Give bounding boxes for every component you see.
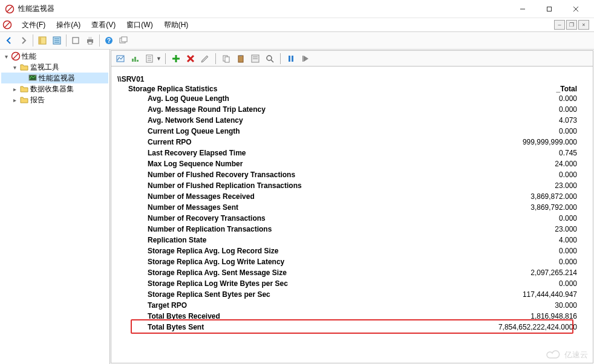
paste-button[interactable]	[234, 52, 247, 65]
metric-name: Target RPO	[148, 300, 466, 311]
tree-data-collector[interactable]: ▸ 数据收集器集	[1, 83, 108, 94]
metric-row[interactable]: Storage Replica Sent Bytes per Sec117,44…	[148, 289, 587, 300]
mdi-close-button[interactable]: ×	[578, 20, 589, 30]
body-area: ▾ 性能 ▾ 监视工具 性能监视器 ▸ 数据收集器集 ▸ 报告	[0, 50, 594, 364]
metric-value: 0.000	[466, 93, 587, 104]
category-row: Storage Replica Statistics _Total	[128, 85, 587, 93]
metric-name: Last Recovery Elapsed Time	[148, 148, 466, 158]
minimize-button[interactable]	[509, 1, 536, 18]
tree-label: 报告	[30, 95, 45, 105]
menu-file[interactable]: 文件(F)	[17, 19, 50, 31]
navigation-tree[interactable]: ▾ 性能 ▾ 监视工具 性能监视器 ▸ 数据收集器集 ▸ 报告	[0, 50, 110, 364]
menu-action[interactable]: 操作(A)	[51, 19, 85, 31]
delete-counter-button[interactable]	[184, 52, 197, 65]
properties-button[interactable]	[50, 34, 64, 47]
metric-value: 117,444,440.947	[466, 289, 587, 300]
view-graph-button[interactable]	[114, 52, 127, 65]
metric-row[interactable]: Storage Replica Avg. Sent Message Size2,…	[148, 267, 587, 278]
svg-line-1	[7, 7, 12, 11]
metric-row[interactable]: Avg. Message Round Trip Latency0.000	[148, 104, 587, 115]
metrics-list: Avg. Log Queue Length0.000Avg. Message R…	[117, 93, 587, 333]
metric-row[interactable]: Replication State4.000	[148, 235, 587, 245]
freeze-button[interactable]	[284, 52, 298, 65]
svg-line-45	[271, 60, 273, 62]
back-button[interactable]	[2, 34, 16, 47]
metric-row[interactable]: Number of Messages Sent3,869,792.000	[148, 202, 587, 213]
metric-value: 0.745	[466, 148, 587, 158]
export-button[interactable]	[69, 34, 82, 47]
expander-icon[interactable]: ▾	[2, 53, 10, 60]
view-report-button[interactable]	[143, 52, 156, 65]
report-area[interactable]: \\SRV01 Storage Replica Statistics _Tota…	[111, 67, 593, 363]
add-counter-button[interactable]	[169, 52, 183, 65]
show-hide-tree-button[interactable]	[36, 34, 49, 47]
metric-name: Number of Messages Sent	[148, 202, 466, 213]
menu-window[interactable]: 窗口(W)	[122, 19, 157, 31]
svg-rect-21	[122, 37, 127, 42]
metric-row[interactable]: Storage Replica Avg. Log Write Latency0.…	[148, 256, 587, 267]
tree-root-performance[interactable]: ▾ 性能	[1, 51, 108, 62]
metric-row[interactable]: Total Bytes Received1,816,948,816	[148, 311, 587, 322]
metric-row[interactable]: Number of Replication Transactions23.000	[148, 224, 587, 235]
metric-row[interactable]: Last Recovery Elapsed Time0.745	[148, 148, 587, 158]
maximize-button[interactable]	[536, 1, 563, 18]
metric-row[interactable]: Avg. Network Send Latency4.073	[148, 115, 587, 126]
metric-row[interactable]: Number of Recovery Transactions0.000	[148, 213, 587, 224]
metric-row[interactable]: Target RPO30.000	[148, 300, 587, 311]
metric-row[interactable]: Number of Messages Received3,869,872.000	[148, 191, 587, 202]
menu-help[interactable]: 帮助(H)	[159, 19, 194, 31]
menu-view[interactable]: 查看(V)	[86, 19, 120, 31]
mdi-restore-button[interactable]: ❐	[566, 20, 577, 30]
svg-rect-14	[73, 37, 79, 44]
metric-name: Number of Flushed Recovery Transactions	[148, 169, 466, 180]
svg-rect-26	[132, 59, 134, 62]
close-button[interactable]	[563, 1, 589, 18]
view-histogram-button[interactable]	[128, 52, 142, 65]
menubar: 文件(F) 操作(A) 查看(V) 窗口(W) 帮助(H) – ❐ ×	[0, 18, 594, 31]
metric-row[interactable]: Total Bytes Sent7,854,652,222,424.0000	[148, 322, 587, 333]
tree-label: 数据收集器集	[30, 84, 74, 94]
zoom-button[interactable]	[263, 52, 276, 65]
tree-monitor-tools[interactable]: ▾ 监视工具	[1, 62, 108, 73]
metric-value: 4.000	[466, 235, 587, 245]
metric-value: 0.000	[466, 104, 587, 115]
column-header: _Total	[466, 85, 587, 93]
metric-row[interactable]: Current Log Queue Length0.000	[148, 126, 587, 137]
new-window-button[interactable]	[117, 34, 130, 47]
svg-text:?: ?	[107, 37, 111, 44]
metric-value: 23.000	[466, 180, 587, 191]
help-button[interactable]: ?	[102, 34, 116, 47]
svg-point-44	[267, 56, 272, 60]
metric-name: Total Bytes Sent	[148, 322, 466, 333]
app-icon	[5, 4, 15, 14]
forward-button[interactable]	[17, 34, 30, 47]
metric-value: 4.073	[466, 115, 587, 126]
tree-reports[interactable]: ▸ 报告	[1, 94, 108, 105]
metric-row[interactable]: Max Log Sequence Number24.000	[148, 158, 587, 169]
expander-icon[interactable]: ▾	[11, 64, 18, 71]
mdi-controls: – ❐ ×	[554, 20, 592, 30]
mdi-minimize-button[interactable]: –	[554, 20, 565, 30]
folder-icon	[19, 95, 29, 105]
metric-row[interactable]: Number of Flushed Replication Transactio…	[148, 180, 587, 191]
metric-row[interactable]: Number of Flushed Recovery Transactions0…	[148, 169, 587, 180]
svg-rect-17	[88, 42, 92, 44]
tree-performance-monitor[interactable]: 性能监视器	[1, 73, 108, 83]
metric-row[interactable]: Storage Replica Avg. Log Record Size0.00…	[148, 245, 587, 256]
print-button[interactable]	[83, 34, 97, 47]
metric-row[interactable]: Avg. Log Queue Length0.000	[148, 93, 587, 104]
copy-button[interactable]	[220, 52, 233, 65]
folder-icon	[19, 84, 29, 94]
expander-icon[interactable]: ▸	[11, 97, 18, 103]
dropdown-arrow-icon[interactable]: ▼	[156, 56, 162, 62]
highlight-button[interactable]	[198, 52, 212, 65]
properties-button[interactable]	[249, 52, 262, 65]
update-button[interactable]	[299, 52, 312, 65]
toolbar-separator	[165, 53, 166, 64]
report-host: \\SRV01	[117, 75, 587, 83]
metric-name: Replication State	[148, 235, 466, 245]
metric-row[interactable]: Storage Replica Log Write Bytes per Sec0…	[148, 278, 587, 289]
metric-value: 7,854,652,222,424.0000	[466, 322, 587, 333]
expander-icon[interactable]: ▸	[11, 86, 18, 93]
metric-row[interactable]: Current RPO999,999,999.000	[148, 137, 587, 148]
